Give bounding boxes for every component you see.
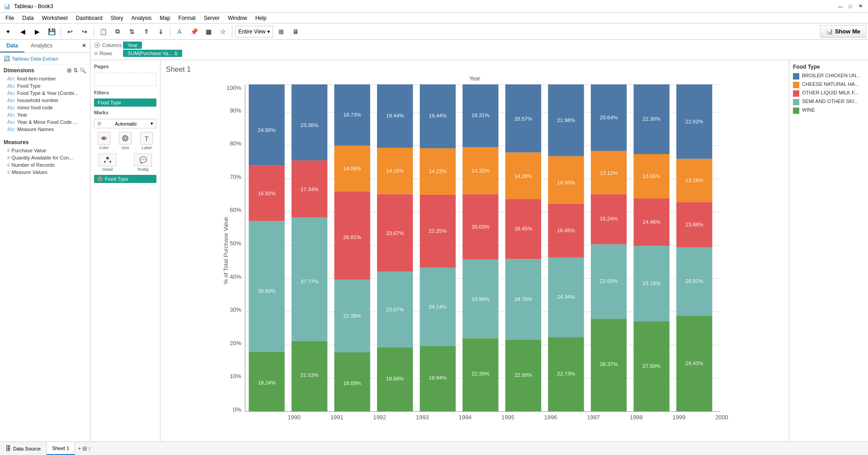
tab-analytics[interactable]: Analytics — [24, 40, 59, 52]
menu-worksheet[interactable]: Worksheet — [38, 14, 71, 22]
close-button[interactable]: ✕ — [856, 2, 864, 10]
marks-type-label: Automatic — [115, 121, 137, 127]
toolbar-redo[interactable]: ↪ — [78, 25, 91, 38]
svg-text:14.32%: 14.32% — [472, 168, 490, 174]
dim-food-type[interactable]: Abc Food Type — [0, 82, 90, 89]
svg-text:18.45%: 18.45% — [514, 225, 533, 231]
toolbar-new-sheet[interactable]: 📋 — [97, 25, 109, 38]
toolbar-back[interactable]: ◀ — [16, 25, 29, 38]
svg-text:22.25%: 22.25% — [429, 228, 447, 234]
maximize-button[interactable]: □ — [846, 2, 854, 10]
minimize-button[interactable]: — — [836, 2, 844, 10]
toolbar-star[interactable]: ☆ — [217, 25, 229, 38]
menu-help[interactable]: Help — [252, 14, 270, 22]
marks-type-dropdown[interactable]: ⊞ Automatic ▾ — [94, 119, 156, 128]
svg-text:70%: 70% — [230, 174, 241, 180]
window-title: Tableau - Book3 — [14, 3, 53, 9]
svg-text:24.14%: 24.14% — [429, 304, 447, 310]
rows-pill[interactable]: SUM(Purchase Va... — [123, 50, 182, 57]
duplicate-sheet-icon[interactable]: ⊞ — [82, 445, 87, 452]
dim-year[interactable]: Abc Year — [0, 111, 90, 118]
legend-item-semi: SEMI AND OTHER SKI... — [793, 99, 864, 105]
toolbar-duplicate[interactable]: ⧉ — [111, 25, 124, 38]
measure-values[interactable]: # Measure Values — [0, 169, 90, 176]
columns-pill[interactable]: Year — [123, 42, 142, 49]
dim-year-minor[interactable]: Abc Year & Minor Food Code ... — [0, 118, 90, 126]
menu-analysis[interactable]: Analysis — [128, 14, 156, 22]
svg-text:1998: 1998 — [630, 414, 643, 421]
dim-type-icon: Abc — [7, 76, 15, 81]
dim-search-icon[interactable]: 🔍 — [80, 67, 86, 74]
svg-text:13.88%: 13.88% — [685, 221, 703, 227]
toolbar-home[interactable]: ✦ — [2, 25, 14, 38]
data-source-label: Data Source — [13, 446, 41, 451]
marks-size-btn[interactable]: Size — [115, 132, 135, 150]
marks-label-btn[interactable]: T Label — [137, 132, 156, 150]
detail-btn-label: Detail — [102, 167, 113, 172]
divider-4 — [232, 26, 232, 37]
menu-format[interactable]: Format — [175, 14, 199, 22]
toolbar-presentation[interactable]: 🖥 — [289, 25, 302, 38]
dim-food-type-year[interactable]: Abc Food Type & Year (Combi... — [0, 89, 90, 97]
toolbar-highlight[interactable]: A — [173, 25, 186, 38]
toolbar-undo[interactable]: ↩ — [64, 25, 76, 38]
sheet-title: Sheet 1 — [160, 60, 789, 74]
sheet1-tab[interactable]: Sheet 1 — [47, 442, 75, 455]
toolbar-forward[interactable]: ▶ — [31, 25, 43, 38]
menu-dashboard[interactable]: Dashboard — [72, 14, 106, 22]
measure-quantity[interactable]: # Quantity Available for Con... — [0, 154, 90, 161]
dim-measure-names[interactable]: Abc Measure Names — [0, 126, 90, 133]
filter-food-type[interactable]: Food Type — [94, 99, 156, 107]
marks-color-btn[interactable]: Color — [94, 132, 113, 150]
svg-text:1992: 1992 — [373, 414, 387, 421]
toolbar-sort-asc[interactable]: ⇑ — [140, 25, 153, 38]
svg-text:1997: 1997 — [587, 414, 600, 421]
dim-household[interactable]: Abc household number — [0, 97, 90, 104]
dim-food-item[interactable]: Abc food item number — [0, 75, 90, 82]
present-icon[interactable]: ↑ — [88, 445, 91, 452]
menu-bar: File Data Worksheet Dashboard Story Anal… — [0, 13, 868, 23]
menu-map[interactable]: Map — [156, 14, 174, 22]
svg-text:15.24%: 15.24% — [600, 216, 618, 221]
tableau-source[interactable]: 🔄 Tableau Data Extract — [0, 53, 90, 65]
color-food-type-pill[interactable]: Food Type — [94, 175, 156, 183]
columns-label: ⦿ Columns — [94, 42, 121, 49]
toolbar-swap[interactable]: ⇅ — [126, 25, 138, 38]
menu-data[interactable]: Data — [19, 14, 37, 22]
toolbar-tooltip[interactable]: ▦ — [202, 25, 215, 38]
view-dropdown[interactable]: Entire View ▾ — [235, 26, 273, 38]
measure-records[interactable]: # Number of Records — [0, 161, 90, 169]
panel-close[interactable]: ✕ — [78, 40, 90, 52]
dimensions-header: Dimensions ⊞ ⇅ 🔍 — [0, 65, 90, 75]
toolbar-sort-desc[interactable]: ⇓ — [155, 25, 167, 38]
panel-tabs: Data Analytics ✕ — [0, 40, 90, 53]
toolbar-grid[interactable]: ⊞ — [275, 25, 288, 38]
size-icon-shape — [119, 132, 132, 145]
dim-sort-icon[interactable]: ⇅ — [73, 67, 78, 74]
data-source-tab[interactable]: 🗄 Data Source — [0, 442, 47, 455]
tab-data[interactable]: Data — [0, 40, 24, 52]
show-me-button[interactable]: 📊 Show Me — [820, 25, 866, 38]
svg-text:18.09%: 18.09% — [343, 380, 361, 386]
svg-text:28.37%: 28.37% — [600, 361, 618, 367]
marks-detail-btn[interactable]: Detail — [94, 154, 121, 172]
marks-tooltip-btn[interactable]: 💬 Tooltip — [129, 154, 156, 172]
menu-window[interactable]: Window — [224, 14, 251, 22]
svg-text:14.50%: 14.50% — [557, 179, 575, 185]
toolbar-annotation[interactable]: 📌 — [188, 25, 200, 38]
svg-text:24.34%: 24.34% — [557, 294, 575, 300]
svg-text:22.39%: 22.39% — [472, 371, 490, 376]
menu-server[interactable]: Server — [200, 14, 223, 22]
dim-grid-icon[interactable]: ⊞ — [67, 67, 71, 74]
toolbar-save[interactable]: 💾 — [45, 25, 58, 38]
svg-text:40%: 40% — [230, 273, 241, 280]
svg-text:19.68%: 19.68% — [386, 375, 404, 381]
measure-purchase[interactable]: # Purchase Value — [0, 147, 90, 154]
svg-text:60%: 60% — [230, 206, 241, 213]
dim-type-icon: Abc — [7, 120, 15, 125]
dim-minor-food[interactable]: Abc minor food code — [0, 104, 90, 111]
menu-file[interactable]: File — [2, 14, 18, 22]
svg-text:1994: 1994 — [459, 414, 472, 421]
add-sheet-icon[interactable]: + — [78, 445, 81, 452]
menu-story[interactable]: Story — [107, 14, 127, 22]
